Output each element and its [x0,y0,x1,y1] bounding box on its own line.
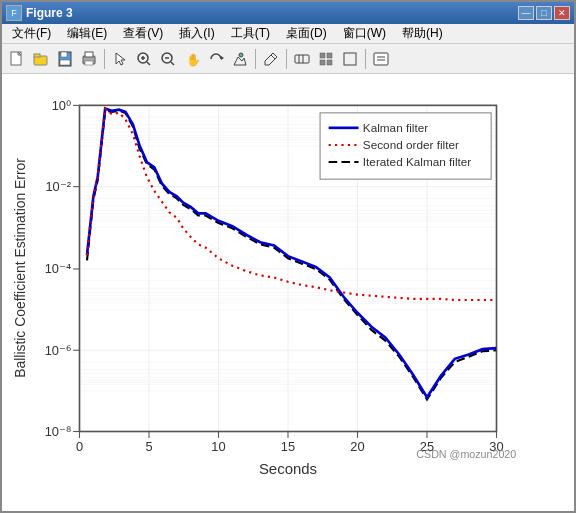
svg-rect-28 [320,60,325,65]
x-axis-label: Seconds [259,460,317,477]
svg-marker-11 [116,53,125,65]
menu-help[interactable]: 帮助(H) [394,23,451,44]
title-bar-left: F Figure 3 [6,5,73,21]
svg-text:10⁻⁸: 10⁻⁸ [45,424,71,439]
window: F Figure 3 — □ ✕ 文件(F) 编辑(E) 查看(V) 插入(I)… [0,0,576,513]
svg-marker-20 [221,56,224,60]
y-axis-label: Ballistic Coefficient Estimation Error [12,158,28,378]
menu-tools[interactable]: 工具(T) [223,23,278,44]
svg-text:✋: ✋ [186,52,200,67]
legend-kalman-label: Kalman filter [363,121,428,134]
svg-rect-23 [295,55,309,63]
datecursor-button[interactable] [229,48,251,70]
svg-rect-30 [344,53,356,65]
svg-rect-31 [344,53,356,65]
toolbar: ✋ [2,44,574,74]
plot-area: 0 5 10 15 20 25 30 10⁰ 10⁻² [2,74,574,511]
colorbox-button[interactable] [339,48,361,70]
svg-rect-4 [34,54,40,57]
menu-view[interactable]: 查看(V) [115,23,171,44]
svg-rect-9 [85,52,93,57]
close-button[interactable]: ✕ [554,6,570,20]
grid-button[interactable] [315,48,337,70]
window-icon: F [6,5,22,21]
title-controls: — □ ✕ [518,6,570,20]
separator-3 [286,49,287,69]
open-button[interactable] [30,48,52,70]
link-button[interactable] [291,48,313,70]
minimize-button[interactable]: — [518,6,534,20]
svg-text:0: 0 [76,439,83,454]
svg-rect-6 [61,52,67,57]
watermark: CSDN @mozun2020 [416,448,516,460]
window-title: Figure 3 [26,6,73,20]
menu-file[interactable]: 文件(F) [4,23,59,44]
maximize-button[interactable]: □ [536,6,552,20]
zoom-out-button[interactable] [157,48,179,70]
svg-rect-32 [374,53,388,65]
svg-rect-10 [85,61,93,65]
title-bar: F Figure 3 — □ ✕ [2,2,574,24]
menu-insert[interactable]: 插入(I) [171,23,222,44]
brush-button[interactable] [260,48,282,70]
menu-edit[interactable]: 编辑(E) [59,23,115,44]
svg-rect-7 [60,60,70,65]
save-button[interactable] [54,48,76,70]
separator-2 [255,49,256,69]
svg-text:10⁰: 10⁰ [52,98,71,113]
zoom-in-button[interactable] [133,48,155,70]
separator-1 [104,49,105,69]
svg-rect-27 [327,53,332,58]
menu-window[interactable]: 窗口(W) [335,23,394,44]
svg-text:10⁻⁶: 10⁻⁶ [45,343,71,358]
svg-line-22 [271,55,275,59]
svg-rect-26 [320,53,325,58]
rotate-button[interactable] [205,48,227,70]
svg-text:10⁻⁴: 10⁻⁴ [45,261,71,276]
cursor-button[interactable] [109,48,131,70]
svg-text:5: 5 [145,439,152,454]
separator-4 [365,49,366,69]
svg-point-21 [239,53,243,57]
menu-bar: 文件(F) 编辑(E) 查看(V) 插入(I) 工具(T) 桌面(D) 窗口(W… [2,24,574,44]
svg-line-17 [171,62,174,65]
new-button[interactable] [6,48,28,70]
property-button[interactable] [370,48,392,70]
y-axis: 10⁰ 10⁻² 10⁻⁴ 10⁻⁶ 10⁻⁸ [45,98,80,439]
svg-text:20: 20 [350,439,364,454]
chart-svg: 0 5 10 15 20 25 30 10⁰ 10⁻² [10,82,566,503]
legend-second-order-label: Second order filter [363,138,459,151]
svg-text:10: 10 [211,439,225,454]
menu-desktop[interactable]: 桌面(D) [278,23,335,44]
pan-button[interactable]: ✋ [181,48,203,70]
svg-rect-29 [327,60,332,65]
print-button[interactable] [78,48,100,70]
svg-line-13 [147,62,150,65]
legend-iterated-kalman-label: Iterated Kalman filter [363,155,471,168]
svg-text:10⁻²: 10⁻² [45,179,71,194]
svg-text:15: 15 [281,439,295,454]
